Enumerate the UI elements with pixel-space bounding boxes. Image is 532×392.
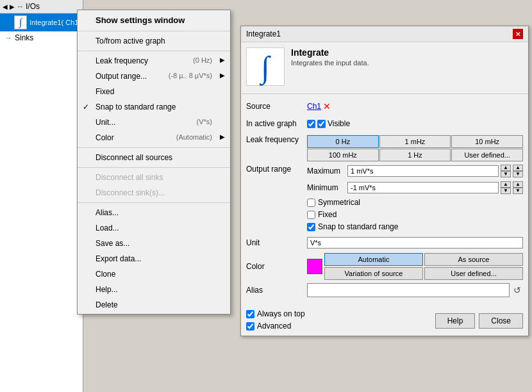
freq-btn-1mhz[interactable]: 1 mHz: [379, 135, 451, 148]
menu-item-output-range[interactable]: Output range... (-8 µ.. 8 µV*s): [78, 69, 230, 84]
menu-item-snap[interactable]: Snap to standard range: [78, 99, 230, 115]
unit-input[interactable]: [307, 237, 523, 249]
alias-refresh-button[interactable]: ↺: [511, 285, 523, 295]
menu-item-color[interactable]: Color (Automatic): [78, 130, 230, 145]
symmetrical-label[interactable]: Symmetrical: [318, 198, 360, 207]
freq-btn-user-defined[interactable]: User defined...: [451, 149, 523, 161]
freq-btn-0hz[interactable]: 0 Hz: [307, 135, 379, 148]
always-on-top-row: Always on top: [246, 309, 305, 318]
bottom-bar: Always on top Advanced Help Close: [241, 306, 528, 336]
color-btn-user-defined[interactable]: User defined...: [424, 267, 523, 280]
integrate-icon: →: [5, 19, 12, 26]
menu-header-show-settings[interactable]: Show settings window: [78, 12, 230, 29]
nav-forward-icon[interactable]: ▶: [10, 3, 15, 10]
active-graph-content: Visible: [307, 119, 523, 128]
color-btn-automatic[interactable]: Automatic: [324, 253, 423, 266]
alias-row: Alias ↺: [246, 283, 523, 297]
menu-item-clone[interactable]: Clone: [78, 266, 230, 282]
unit-row: Unit: [246, 236, 523, 250]
source-remove-icon[interactable]: ✕: [323, 101, 331, 111]
tree-item-sinks[interactable]: → Sinks: [0, 31, 83, 44]
menu-item-save-as[interactable]: Save as...: [78, 236, 230, 251]
snap-checkbox[interactable]: [307, 223, 315, 231]
minimum-spin2: ▲ ▼: [513, 181, 523, 194]
leak-frequency-content: 0 Hz 1 mHz 10 mHz 100 mHz 1 Hz User defi…: [307, 135, 523, 161]
menu-item-export-data[interactable]: Export data...: [78, 251, 230, 266]
nav-back-icon[interactable]: ◀: [3, 3, 8, 10]
menu-item-leak-frequency[interactable]: Leak frequency (0 Hz): [78, 53, 230, 69]
menu-item-to-from-graph[interactable]: To/from active graph: [78, 33, 230, 49]
symmetrical-checkbox[interactable]: [307, 199, 315, 207]
integrate-symbol: ∫: [14, 15, 27, 29]
settings-title: Integrate1: [246, 29, 281, 38]
alias-label: Alias: [246, 286, 307, 295]
fixed-label[interactable]: Fixed: [318, 210, 337, 219]
minimum-label: Minimum: [307, 183, 345, 192]
minimum-spin-up2[interactable]: ▲: [513, 181, 523, 188]
menu-item-fixed[interactable]: Fixed: [78, 84, 230, 99]
color-btn-as-source[interactable]: As source: [424, 253, 523, 266]
menu-item-alias[interactable]: Alias...: [78, 205, 230, 220]
menu-item-disconnect-sources[interactable]: Disconnect all sources: [78, 150, 230, 165]
color-swatch[interactable]: [307, 259, 322, 274]
unit-content: [307, 237, 523, 249]
color-btn-variation-of-source[interactable]: Variation of source: [324, 267, 423, 280]
freq-buttons-top: 0 Hz 1 mHz 10 mHz: [307, 135, 523, 148]
always-on-top-label[interactable]: Always on top: [257, 309, 305, 318]
menu-item-delete[interactable]: Delete: [78, 297, 230, 313]
sinks-label: Sinks: [15, 33, 33, 42]
menu-separator-3: [78, 147, 230, 148]
leak-frequency-label: Leak frequency: [246, 135, 307, 144]
menu-item-disconnect-sinks-plural: Disconnect sink(s)...: [78, 185, 230, 200]
snap-label[interactable]: Snap to standard range: [318, 222, 398, 231]
menu-item-unit[interactable]: Unit... (V*s): [78, 115, 230, 130]
integrate-heading: Integrate: [291, 47, 369, 58]
advanced-checkbox[interactable]: [246, 322, 254, 331]
always-on-top-checkbox[interactable]: [246, 310, 254, 318]
tree-panel: ◀ ▶ ↔ I/Os → ∫ Integrate1( Ch1 ) → Sinks: [0, 0, 83, 392]
bottom-checks: Always on top Advanced: [246, 309, 305, 332]
io-icon: ↔: [17, 3, 24, 10]
form-area: Source Ch1 ✕ In active graph Visible Lea…: [241, 97, 528, 306]
divider-top: [241, 94, 528, 94]
close-button[interactable]: Close: [479, 313, 523, 329]
active-graph-checkbox[interactable]: [307, 120, 315, 128]
maximum-row: Maximum ▲ ▼ ▲ ▼: [307, 165, 523, 177]
fixed-checkbox[interactable]: [307, 211, 315, 219]
menu-separator-1: [78, 31, 230, 31]
maximum-input[interactable]: [347, 165, 499, 177]
maximum-spin-down2[interactable]: ▼: [513, 171, 523, 177]
settings-close-button[interactable]: ✕: [513, 29, 523, 39]
source-content: Ch1 ✕: [307, 101, 523, 111]
maximum-spin-up[interactable]: ▲: [501, 165, 511, 171]
settings-titlebar: Integrate1 ✕: [241, 26, 528, 42]
tree-item-integrate[interactable]: → ∫ Integrate1( Ch1 ): [0, 13, 83, 31]
freq-btn-100mhz[interactable]: 100 mHz: [307, 149, 379, 161]
menu-item-help[interactable]: Help...: [78, 282, 230, 297]
sinks-arrow-icon: →: [5, 34, 12, 42]
unit-label: Unit: [246, 238, 307, 247]
freq-btn-1hz[interactable]: 1 Hz: [379, 149, 451, 161]
color-label: Color: [246, 262, 307, 271]
maximum-label: Maximum: [307, 167, 345, 176]
minimum-input[interactable]: [347, 182, 499, 193]
minimum-spin-up[interactable]: ▲: [501, 181, 511, 188]
maximum-spin2: ▲ ▼: [513, 165, 523, 177]
minimum-spin-down[interactable]: ▼: [501, 188, 511, 194]
minimum-spin-down2[interactable]: ▼: [513, 188, 523, 194]
advanced-label[interactable]: Advanced: [257, 322, 291, 331]
freq-btn-10mhz[interactable]: 10 mHz: [451, 135, 523, 148]
visible-checkbox[interactable]: [317, 120, 326, 128]
menu-item-load[interactable]: Load...: [78, 220, 230, 236]
symmetrical-row: Symmetrical: [307, 198, 523, 207]
help-button[interactable]: Help: [435, 313, 476, 329]
integrate-info: Integrate Integrates the input data.: [291, 47, 369, 86]
source-link[interactable]: Ch1: [307, 102, 321, 111]
fixed-row: Fixed: [307, 210, 523, 219]
menu-separator-5: [78, 202, 230, 203]
freq-buttons-bottom: 100 mHz 1 Hz User defined...: [307, 149, 523, 161]
alias-input[interactable]: [307, 283, 510, 297]
maximum-spin-down[interactable]: ▼: [501, 171, 511, 177]
maximum-spin-up2[interactable]: ▲: [513, 165, 523, 171]
source-label: Source: [246, 102, 307, 111]
